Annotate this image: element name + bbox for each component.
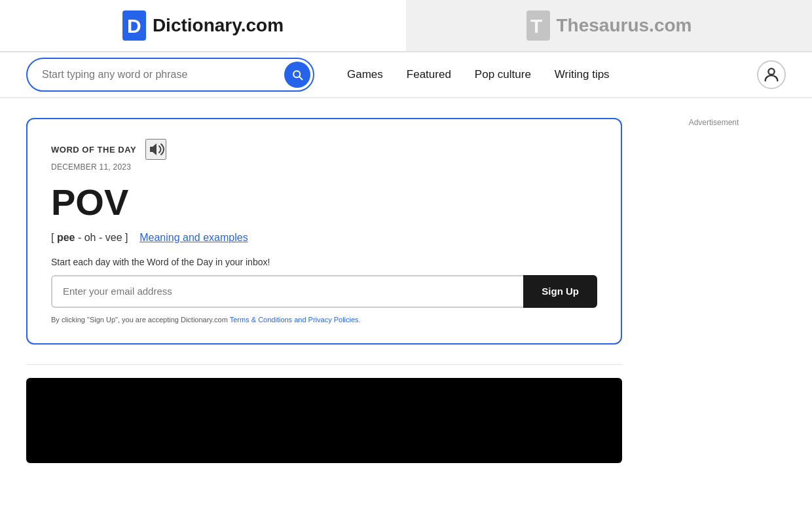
dictionary-logo-icon: D	[122, 10, 146, 41]
thesaurus-logo-text: Thesaurus.com	[557, 15, 692, 36]
meaning-link[interactable]: Meaning and examples	[139, 232, 248, 243]
signup-button[interactable]: Sign Up	[523, 275, 597, 308]
terms-prefix: By clicking "Sign Up", you are accepting…	[51, 316, 230, 324]
search-bar-wrapper	[26, 58, 314, 92]
search-input[interactable]	[26, 58, 314, 92]
dictionary-logo-text: Dictionary.com	[153, 15, 284, 36]
wotd-date: DECEMBER 11, 2023	[51, 162, 597, 172]
dictionary-logo-section: D Dictionary.com	[0, 0, 406, 51]
content-divider	[26, 364, 622, 365]
video-placeholder	[26, 378, 622, 463]
wotd-word: POV	[51, 182, 597, 223]
sound-button[interactable]	[145, 139, 166, 160]
email-input[interactable]	[51, 275, 523, 308]
nav-link-featured[interactable]: Featured	[407, 68, 451, 81]
main-content: WORD OF THE DAY DECEMBER 11, 2023 POV [ …	[0, 98, 812, 463]
pronunciation-part3: vee	[105, 232, 122, 243]
sound-icon	[147, 140, 165, 159]
content-right: Advertisement	[642, 118, 786, 463]
pronunciation-dash1: -	[78, 232, 81, 243]
navbar: Games Featured Pop culture Writing tips	[0, 52, 812, 98]
advertisement-label: Advertisement	[642, 118, 786, 127]
content-left: WORD OF THE DAY DECEMBER 11, 2023 POV [ …	[26, 118, 622, 463]
user-icon	[762, 66, 781, 84]
search-icon	[291, 68, 304, 81]
search-button[interactable]	[284, 62, 310, 88]
wotd-card: WORD OF THE DAY DECEMBER 11, 2023 POV [ …	[26, 118, 622, 345]
nav-link-games[interactable]: Games	[347, 68, 383, 81]
pronunciation-dash2: -	[99, 232, 102, 243]
terms-link[interactable]: Terms & Conditions and Privacy Policies.	[230, 316, 361, 324]
svg-text:T: T	[530, 15, 542, 37]
svg-text:D: D	[127, 15, 141, 37]
wotd-label: WORD OF THE DAY	[51, 145, 136, 155]
nav-link-pop-culture[interactable]: Pop culture	[475, 68, 531, 81]
user-account-button[interactable]	[757, 60, 786, 89]
wotd-terms: By clicking "Sign Up", you are accepting…	[51, 316, 597, 324]
wotd-header: WORD OF THE DAY	[51, 139, 597, 160]
pronunciation-part2: oh	[84, 232, 96, 243]
wotd-email-row: Sign Up	[51, 275, 597, 308]
svg-point-4	[768, 69, 774, 75]
wotd-signup-text: Start each day with the Word of the Day …	[51, 257, 597, 267]
pronunciation-bracket-close: ]	[125, 232, 128, 243]
site-header: D Dictionary.com T Thesaurus.com	[0, 0, 812, 52]
nav-link-writing-tips[interactable]: Writing tips	[555, 68, 610, 81]
pronunciation-bracket-open: [	[51, 232, 54, 243]
thesaurus-logo-section: T Thesaurus.com	[406, 0, 812, 51]
wotd-pronunciation: [ pee - oh - vee ] Meaning and examples	[51, 232, 597, 244]
thesaurus-logo-icon: T	[526, 10, 550, 41]
dictionary-logo-link[interactable]: D Dictionary.com	[122, 10, 284, 41]
nav-links: Games Featured Pop culture Writing tips	[347, 68, 610, 81]
pronunciation-part1: pee	[57, 232, 75, 243]
thesaurus-logo-link[interactable]: T Thesaurus.com	[526, 10, 692, 41]
